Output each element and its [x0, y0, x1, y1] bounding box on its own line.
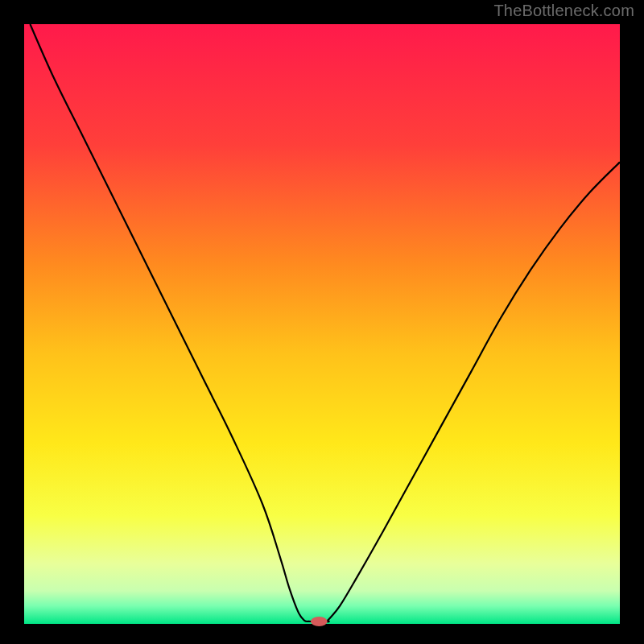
bottleneck-chart	[0, 0, 644, 644]
chart-frame	[0, 0, 644, 644]
minimum-marker	[311, 617, 328, 626]
watermark-text: TheBottleneck.com	[493, 2, 634, 20]
plot-background	[24, 24, 620, 624]
